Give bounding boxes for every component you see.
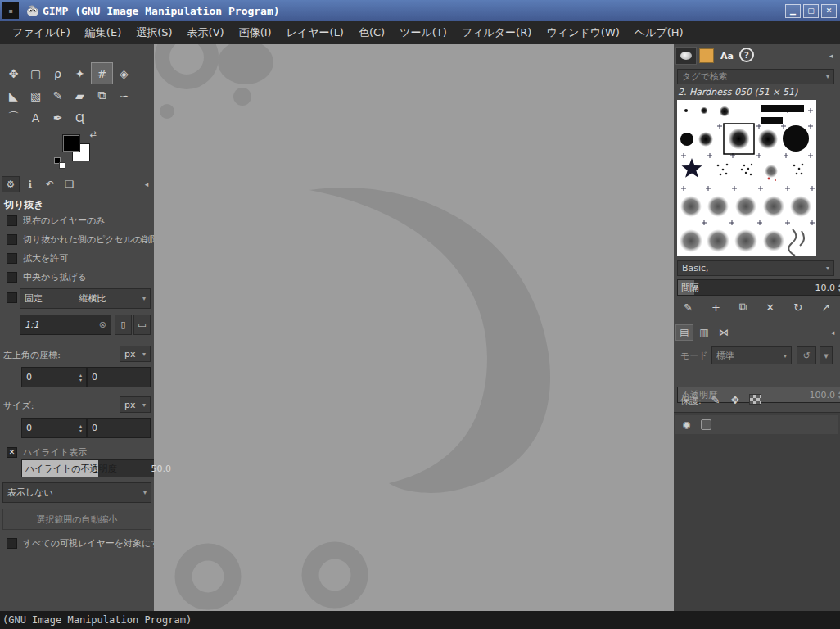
menu-help[interactable]: ヘルプ(H) [627,25,691,40]
tab-layers[interactable]: ▤ [675,324,693,341]
tab-images[interactable]: ❏ [61,176,79,192]
fixed-aspect-combo[interactable]: 固定 縦横比 ▾ [20,288,151,309]
tool-rectangle-select[interactable]: ▢ [25,62,47,84]
tool-gradient[interactable]: ▧ [25,84,47,106]
option-highlight[interactable]: ✕ ハイライト表示 [0,445,154,459]
size-height-input[interactable]: 0 [87,418,151,438]
tool-zoom[interactable]: Ɋ [69,106,91,129]
menu-tools[interactable]: ツール(T) [392,25,454,40]
checkbox[interactable] [7,272,17,283]
mode-menu-button[interactable]: ▾ [820,346,833,364]
option-current-layer-only[interactable]: 現在のレイヤーのみ [0,213,154,228]
tool-crop[interactable]: # [91,62,113,84]
menu-file[interactable]: ファイル(F) [5,25,78,40]
brushes-tab[interactable] [675,47,697,65]
option-delete-cropped-pixels[interactable]: 切り抜かれた側のピクセルの削除 [0,232,154,247]
edit-brush-button[interactable]: ✎ [684,301,693,314]
brush-tag-search[interactable]: タグで検索 ▾ [677,69,834,84]
menu-layer[interactable]: レイヤー(L) [279,25,351,40]
new-brush-button[interactable]: + [711,301,720,314]
tool-pencil[interactable]: ✎ [47,84,69,106]
menu-select[interactable]: 選択(S) [129,25,179,40]
chain-icon[interactable] [701,419,711,430]
checkbox[interactable] [7,538,17,549]
clear-icon[interactable]: ⊗ [99,319,106,330]
close-button[interactable]: ✕ [821,4,837,18]
tool-unified-transform[interactable]: ◈ [113,62,135,84]
guides-combo[interactable]: 表示しない ▾ [2,482,151,503]
tab-device-status[interactable]: ℹ [21,176,39,192]
refresh-brushes-button[interactable]: ↻ [793,301,802,314]
option-expand-from-center[interactable]: 中央から拡げる [0,269,154,284]
titlebar[interactable]: ▪ GIMP (GNU Image Manipulation Program) … [0,0,840,21]
tool-paths[interactable]: ⌒ [2,106,25,129]
foreground-color-swatch[interactable] [62,134,80,152]
tab-channels[interactable]: ▥ [695,324,713,341]
window-menu-button[interactable]: ▪ [2,2,19,19]
delete-brush-button[interactable]: ✕ [765,301,775,314]
brush-grid[interactable] [677,100,816,256]
maximize-button[interactable]: ▢ [803,4,819,18]
checkbox[interactable] [7,253,17,264]
configure-tab-button[interactable]: ◂ [141,178,152,191]
mode-switch-button[interactable]: ↺ [797,346,816,364]
default-colors-icon[interactable] [54,157,65,169]
tool-ink[interactable]: ✒ [47,106,69,129]
color-area[interactable]: ⇄ [57,131,97,167]
brush-group-combo[interactable]: Basic, ▾ [677,260,834,276]
tool-clone[interactable]: ⧉ [91,84,113,106]
tab-paths[interactable]: ⋈ [715,324,733,341]
canvas[interactable] [154,44,674,611]
tool-bucket-fill[interactable]: ◣ [2,84,25,106]
tool-eraser[interactable]: ▰ [69,84,91,106]
layer-opacity-slider[interactable]: 不透明度 100.0 ▴▾ [677,387,840,403]
menu-image[interactable]: 画像(I) [232,25,279,40]
menu-windows[interactable]: ウィンドウ(W) [539,25,627,40]
tool-fuzzy-select[interactable]: ✦ [69,62,91,84]
tool-free-select[interactable]: ρ [47,62,69,84]
menu-filters[interactable]: フィルター(R) [454,25,539,40]
brushes-configure-button[interactable]: ◂ [825,49,837,62]
help-icon: ? [744,51,749,60]
position-unit-combo[interactable]: px ▾ [120,346,151,362]
spinner-arrows[interactable]: ▴▾ [79,373,82,382]
tool-smudge[interactable]: ∽ [113,84,135,106]
option-shrink-merged[interactable]: すべての可視レイヤーを対象にす [0,536,154,550]
menu-edit[interactable]: 編集(E) [78,25,129,40]
eye-icon[interactable]: ◉ [683,419,691,430]
checkbox[interactable] [7,215,17,226]
fonts-tab[interactable]: Aa [717,48,737,64]
landscape-orientation-button[interactable]: ▭ [133,314,151,335]
size-unit-combo[interactable]: px ▾ [120,396,151,413]
checkbox[interactable] [7,234,17,245]
auto-shrink-button[interactable]: 選択範囲の自動縮小 [2,509,151,530]
size-width-input[interactable]: 0 ▴▾ [21,418,87,438]
brush-spacing-slider[interactable]: 間隔 10.0 ▴▾ [677,279,840,296]
menu-view[interactable]: 表示(V) [180,25,232,40]
tab-tool-options[interactable]: ⚙ [2,176,20,192]
spinner-arrows[interactable]: ▴▾ [79,423,82,433]
position-x-value: 0 [26,372,32,382]
open-brush-as-image-button[interactable]: ↗ [821,301,830,314]
layers-configure-button[interactable]: ◂ [827,326,838,339]
patterns-tab[interactable] [699,48,714,63]
layers-list[interactable]: ◉ [674,412,840,611]
layer-mode-combo[interactable]: 標準 ▾ [711,346,792,364]
layer-row[interactable]: ◉ [675,415,838,434]
highlight-opacity-slider[interactable]: ハイライトの不透明度 50.0 [21,459,175,477]
aspect-ratio-input[interactable]: 1:1 ⊗ [20,314,111,335]
minimize-button[interactable]: ▁ [785,4,801,18]
help-tab[interactable]: ? [739,48,754,62]
menu-colors[interactable]: 色(C) [351,25,392,40]
portrait-orientation-button[interactable]: ▯ [115,314,132,335]
fixed-checkbox[interactable] [7,292,17,303]
tool-move[interactable]: ✥ [2,62,25,84]
position-x-input[interactable]: 0 ▴▾ [21,367,87,387]
duplicate-brush-button[interactable]: ⧉ [739,301,747,314]
tool-text[interactable]: A [25,106,47,129]
checkbox-checked[interactable]: ✕ [7,447,17,458]
swap-colors-icon[interactable]: ⇄ [90,129,97,138]
position-y-input[interactable]: 0 [87,367,151,387]
option-allow-growing[interactable]: 拡大を許可 [0,251,154,265]
tab-undo-history[interactable]: ↶ [41,176,59,192]
